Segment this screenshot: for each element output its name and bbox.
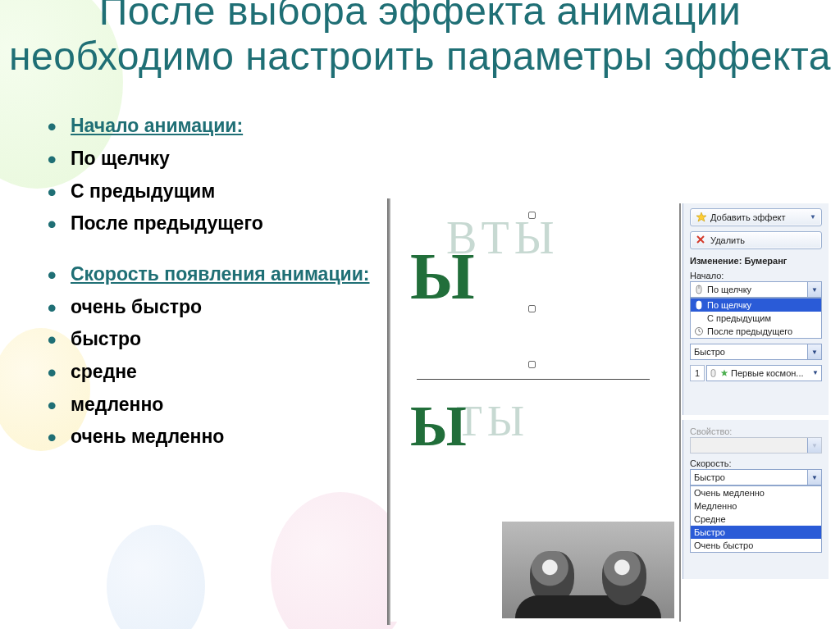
start-option-label: После предыдущего [707,325,792,338]
start-combo-value: По щелчку [707,285,751,294]
screenshot-stage: ВТЫ Ы ТЫ Ы Добавить эффект ▼ Удалить [387,203,830,622]
start-option[interactable]: С предыдущим [691,312,821,325]
speed-option-label: Средне [694,513,726,526]
bullet-start-option: По щелчку [67,144,404,174]
mouse-icon [694,285,704,294]
selection-handle [528,361,536,368]
svg-rect-10 [711,370,715,377]
svg-marker-11 [721,370,728,376]
start-option-label: С предыдущим [707,312,771,325]
bullet-speed-option: очень медленно [67,422,404,452]
chevron-down-icon: ▼ [807,282,821,297]
chevron-down-icon: ▼ [807,344,821,359]
speed-combo-top[interactable]: Быстро ▼ [690,344,822,360]
speed-combo-value: Быстро [694,472,725,482]
speed-combo-value: Быстро [694,347,725,357]
bullet-speed-option: очень быстро [67,293,404,322]
chevron-down-icon: ▼ [807,470,821,485]
svg-marker-0 [696,212,706,221]
bullet-speed-option: средне [67,358,404,387]
speed-option-label: Очень быстро [694,539,753,552]
speed-option[interactable]: Очень медленно [691,486,821,499]
animation-panel-start: Добавить эффект ▼ Удалить Изменение: Бум… [682,203,829,415]
blank-icon [694,313,704,323]
speed-option-label: Быстро [694,526,725,539]
speed-option[interactable]: Быстро [691,526,821,539]
star-add-icon [696,212,707,223]
bullet-start-option: После предыдущего [67,209,404,239]
chevron-down-icon: ▼ [807,438,821,453]
remove-effect-label: Удалить [710,232,745,248]
chevron-down-icon: ▼ [810,209,816,226]
start-option[interactable]: После предыдущего [691,325,821,338]
selection-handle [528,212,536,219]
property-label: Свойство: [690,426,822,436]
speed-combo[interactable]: Быстро ▼ [690,469,822,485]
bullet-heading-start: Начало анимации: [67,112,404,141]
effect-order-number: 1 [690,365,705,381]
mouse-icon [694,300,704,310]
selection-handle [528,305,536,312]
slide-left-edge [387,198,390,625]
effect-list-item[interactable]: 1 Первые космон... ▼ [690,365,822,381]
start-option[interactable]: По щелчку [691,299,821,312]
start-combo[interactable]: По щелчку ▼ [690,281,822,298]
selection-underline [417,379,650,380]
slide-title: После выбора эффекта анимации необходимо… [0,0,840,79]
add-effect-button[interactable]: Добавить эффект ▼ [690,208,822,226]
speed-option-label: Очень медленно [694,486,765,499]
clock-icon [694,326,704,336]
red-x-icon [696,235,707,246]
remove-effect-button[interactable]: Удалить [690,231,822,249]
start-label: Начало: [690,271,822,280]
bullet-list: Начало анимации: По щелчку С предыдущим … [34,112,404,451]
animation-panel-speed: Свойство: ▼ Скорость: Быстро ▼ Очень мед… [682,420,829,579]
slide-bold-letter: Ы [410,394,472,459]
chevron-down-icon: ▼ [812,366,819,381]
speed-option-label: Медленно [694,499,737,513]
slide-bold-letter: Ы [410,239,480,314]
bullet-heading-speed: Скорость появления анимации: [67,260,404,289]
start-dropdown-list: По щелчку С предыдущим После предыдущего [690,298,822,339]
speed-option[interactable]: Средне [691,513,821,526]
effect-name: Первые космон... [731,366,804,381]
mouse-icon [710,369,718,377]
property-combo: ▼ [690,437,822,454]
add-effect-label: Добавить эффект [710,209,785,226]
bullet-start-option: С предыдущим [67,177,404,207]
bullet-speed-option: быстро [67,325,404,354]
slide-preview: ВТЫ Ы ТЫ Ы [387,203,681,622]
slide-text-selection: ВТЫ Ы ТЫ Ы [410,217,656,412]
bullet-speed-option: медленно [67,390,404,420]
green-star-icon [720,369,728,377]
speed-label: Скорость: [690,458,822,468]
speed-dropdown-list: Очень медленно Медленно Средне Быстро Оч… [690,485,822,553]
change-effect-label: Изменение: Бумеранг [690,256,822,266]
speed-option[interactable]: Очень быстро [691,539,821,552]
speed-option[interactable]: Медленно [691,499,821,513]
bg-balloon-blue [107,525,205,629]
slide-photo [502,522,674,618]
start-option-label: По щелчку [707,299,751,312]
